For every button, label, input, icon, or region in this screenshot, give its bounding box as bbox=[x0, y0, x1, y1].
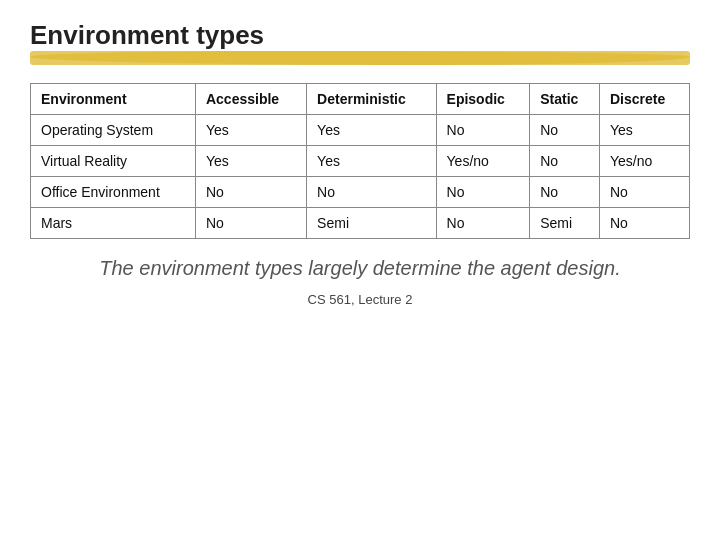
cell-r1-c1: Yes bbox=[195, 146, 306, 177]
cell-r0-c5: Yes bbox=[599, 115, 689, 146]
col-header-3: Episodic bbox=[436, 84, 530, 115]
cell-r3-c4: Semi bbox=[530, 208, 600, 239]
environment-table: EnvironmentAccessibleDeterministicEpisod… bbox=[30, 83, 690, 239]
cell-r3-c3: No bbox=[436, 208, 530, 239]
table-row: Virtual RealityYesYesYes/noNoYes/no bbox=[31, 146, 690, 177]
table-row: Operating SystemYesYesNoNoYes bbox=[31, 115, 690, 146]
table-row: MarsNoSemiNoSemiNo bbox=[31, 208, 690, 239]
footer-text: The environment types largely determine … bbox=[99, 257, 620, 280]
cell-r1-c2: Yes bbox=[307, 146, 436, 177]
cell-r1-c4: No bbox=[530, 146, 600, 177]
table-row: Office EnvironmentNoNoNoNoNo bbox=[31, 177, 690, 208]
cell-r1-c5: Yes/no bbox=[599, 146, 689, 177]
col-header-1: Accessible bbox=[195, 84, 306, 115]
col-header-4: Static bbox=[530, 84, 600, 115]
cell-r1-c0: Virtual Reality bbox=[31, 146, 196, 177]
cell-r3-c0: Mars bbox=[31, 208, 196, 239]
cell-r3-c5: No bbox=[599, 208, 689, 239]
slide-container: Environment types EnvironmentAccessibleD… bbox=[0, 0, 720, 540]
col-header-5: Discrete bbox=[599, 84, 689, 115]
course-label: CS 561, Lecture 2 bbox=[308, 292, 413, 307]
cell-r0-c3: No bbox=[436, 115, 530, 146]
cell-r2-c0: Office Environment bbox=[31, 177, 196, 208]
cell-r2-c4: No bbox=[530, 177, 600, 208]
col-header-2: Deterministic bbox=[307, 84, 436, 115]
cell-r2-c3: No bbox=[436, 177, 530, 208]
cell-r2-c5: No bbox=[599, 177, 689, 208]
cell-r0-c1: Yes bbox=[195, 115, 306, 146]
title-section: Environment types bbox=[30, 20, 690, 65]
cell-r2-c2: No bbox=[307, 177, 436, 208]
cell-r2-c1: No bbox=[195, 177, 306, 208]
cell-r3-c1: No bbox=[195, 208, 306, 239]
cell-r3-c2: Semi bbox=[307, 208, 436, 239]
col-header-0: Environment bbox=[31, 84, 196, 115]
title-underline-decoration bbox=[30, 51, 690, 65]
page-title: Environment types bbox=[30, 20, 690, 51]
cell-r0-c2: Yes bbox=[307, 115, 436, 146]
table-header-row: EnvironmentAccessibleDeterministicEpisod… bbox=[31, 84, 690, 115]
cell-r1-c3: Yes/no bbox=[436, 146, 530, 177]
cell-r0-c4: No bbox=[530, 115, 600, 146]
cell-r0-c0: Operating System bbox=[31, 115, 196, 146]
